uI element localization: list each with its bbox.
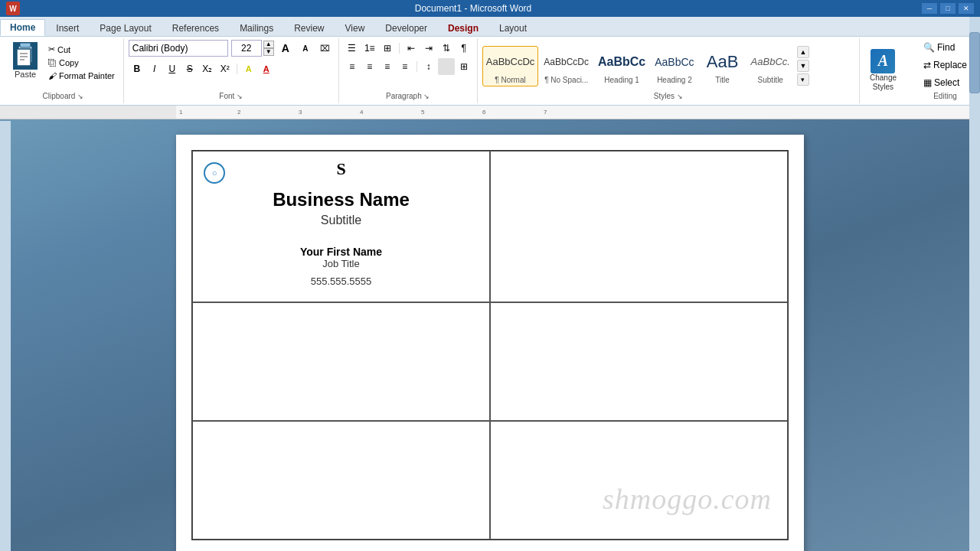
tab-developer[interactable]: Developer <box>375 19 437 36</box>
gallery-scroll-down[interactable]: ▼ <box>797 60 809 72</box>
font-size-increase[interactable]: ▲ <box>263 41 274 48</box>
style-subtitle[interactable]: AaBbCc. Subtitle <box>747 46 794 86</box>
align-right-button[interactable]: ≡ <box>379 58 396 75</box>
change-styles-button[interactable]: A ChangeStyles <box>864 45 902 96</box>
clear-format-button[interactable]: ⌧ <box>317 40 334 57</box>
paste-button[interactable]: Paste <box>8 40 43 81</box>
clipboard-label: Clipboard ↘ <box>8 92 119 102</box>
paragraph-label: Paragraph ↘ <box>344 92 472 102</box>
replace-icon: ⇄ <box>923 60 931 70</box>
paste-label: Paste <box>15 70 36 79</box>
underline-button[interactable]: U <box>164 60 181 77</box>
align-center-button[interactable]: ≡ <box>361 58 378 75</box>
strikethrough-button[interactable]: S <box>181 60 198 77</box>
bullets-button[interactable]: ☰ <box>344 40 361 57</box>
font-group: ▲ ▼ A A ⌧ B I U S X₂ X² A A Font <box>124 38 339 103</box>
card-mid-right[interactable] <box>490 302 788 421</box>
align-left-button[interactable]: ≡ <box>344 58 361 75</box>
bold-button[interactable]: B <box>129 60 145 77</box>
tab-insert[interactable]: Insert <box>46 19 89 36</box>
text-highlight-button[interactable]: A <box>240 60 257 77</box>
font-color-button[interactable]: A <box>258 60 275 77</box>
gallery-scroll-up[interactable]: ▲ <box>797 46 809 58</box>
tab-view[interactable]: View <box>335 19 375 36</box>
style-normal[interactable]: AaBbCcDc ¶ Normal <box>482 46 539 86</box>
increase-indent-button[interactable]: ⇥ <box>420 40 437 57</box>
show-marks-button[interactable]: ¶ <box>456 40 472 57</box>
clipboard-expand-icon[interactable]: ↘ <box>77 93 83 100</box>
font-expand-icon[interactable]: ↘ <box>237 93 243 100</box>
numbering-button[interactable]: 1≡ <box>361 40 378 57</box>
card-bottom-right[interactable]: shmoggo.com <box>490 421 788 540</box>
grow-font-button[interactable]: A <box>277 40 294 57</box>
copy-button[interactable]: ⿻ Copy <box>44 57 119 69</box>
document-area: ○ S Business Name Subtitle Your First Na… <box>0 119 980 551</box>
shrink-font-button[interactable]: A <box>297 40 314 57</box>
card-bottom-left[interactable] <box>192 421 490 540</box>
style-title-preview: AaB <box>707 48 739 76</box>
style-normal-preview: AaBbCcDc <box>486 48 535 76</box>
paragraph-expand-icon[interactable]: ↘ <box>423 93 430 100</box>
card-main[interactable]: ○ S Business Name Subtitle Your First Na… <box>192 151 490 302</box>
title-bar: W Document1 - Microsoft Word ─ □ ✕ <box>0 0 980 17</box>
style-title-label: Title <box>715 76 730 84</box>
minimize-button[interactable]: ─ <box>922 3 937 14</box>
font-size-decrease[interactable]: ▼ <box>263 48 274 56</box>
find-button[interactable]: 🔍 Find <box>918 40 960 55</box>
para-divider2 <box>416 61 417 72</box>
editing-label: Editing <box>918 92 972 102</box>
shading-button[interactable] <box>438 58 455 75</box>
gallery-expand[interactable]: ▾ <box>797 73 809 86</box>
close-button[interactable]: ✕ <box>959 3 974 14</box>
card-top-right[interactable] <box>490 151 788 302</box>
tab-references[interactable]: References <box>162 19 229 36</box>
find-icon: 🔍 <box>923 42 935 53</box>
right-scrollbar[interactable] <box>969 17 980 551</box>
style-h2-label: Heading 2 <box>657 76 692 84</box>
window-controls[interactable]: ─ □ ✕ <box>922 3 974 14</box>
line-spacing-button[interactable]: ↕ <box>420 58 437 75</box>
tab-layout[interactable]: Layout <box>489 19 537 36</box>
card-subtitle: Subtitle <box>273 214 410 227</box>
style-subtitle-label: Subtitle <box>758 76 783 84</box>
business-card-grid: ○ S Business Name Subtitle Your First Na… <box>191 150 789 540</box>
list-buttons-row: ☰ 1≡ ⊞ ⇤ ⇥ ⇅ ¶ <box>344 40 472 57</box>
tab-page-layout[interactable]: Page Layout <box>90 19 161 36</box>
scissors-icon: ✂ <box>48 44 55 54</box>
font-name-input[interactable] <box>129 40 228 57</box>
italic-button[interactable]: I <box>146 60 163 77</box>
styles-group-label <box>864 100 909 102</box>
ruler-content[interactable]: 1 2 3 4 5 6 7 <box>176 106 969 119</box>
style-gallery: AaBbCcDc ¶ Normal AaBbCcDc ¶ No Spaci...… <box>482 46 794 86</box>
copy-icon: ⿻ <box>48 58 57 67</box>
subscript-button[interactable]: X₂ <box>199 60 216 77</box>
decrease-indent-button[interactable]: ⇤ <box>403 40 420 57</box>
restore-button[interactable]: □ <box>940 3 956 14</box>
sort-button[interactable]: ⇅ <box>438 40 455 57</box>
style-heading2[interactable]: AaBbCc Heading 2 <box>651 46 697 86</box>
superscript-button[interactable]: X² <box>217 60 234 77</box>
justify-button[interactable]: ≡ <box>397 58 413 75</box>
style-normal-label: ¶ Normal <box>495 76 525 84</box>
tab-home[interactable]: Home <box>0 19 45 36</box>
format-painter-button[interactable]: 🖌 Format Painter <box>44 70 119 82</box>
cut-button[interactable]: ✂ Cut <box>44 43 119 56</box>
style-heading1[interactable]: AaBbCc Heading 1 <box>594 46 649 86</box>
card-mid-left[interactable] <box>192 302 490 421</box>
borders-button[interactable]: ⊞ <box>456 58 472 75</box>
scrollbar-thumb[interactable] <box>969 32 980 93</box>
change-styles-group: A ChangeStyles <box>860 38 913 103</box>
multilevel-list-button[interactable]: ⊞ <box>379 40 396 57</box>
style-no-spacing[interactable]: AaBbCcDc ¶ No Spaci... <box>540 46 593 86</box>
select-button[interactable]: ▦ Select <box>918 75 965 90</box>
styles-expand-icon[interactable]: ↘ <box>677 93 683 100</box>
style-title[interactable]: AaB Title <box>700 46 746 86</box>
font-size-input[interactable] <box>231 40 262 57</box>
tab-review[interactable]: Review <box>284 19 334 36</box>
tab-design[interactable]: Design <box>438 19 488 36</box>
tab-mailings[interactable]: Mailings <box>230 19 283 36</box>
style-h1-preview: AaBbCc <box>598 48 645 76</box>
font-format-row: B I U S X₂ X² A A <box>129 60 275 77</box>
replace-button[interactable]: ⇄ Replace <box>918 57 972 73</box>
ribbon-tabs: Home Insert Page Layout References Maili… <box>0 17 980 37</box>
